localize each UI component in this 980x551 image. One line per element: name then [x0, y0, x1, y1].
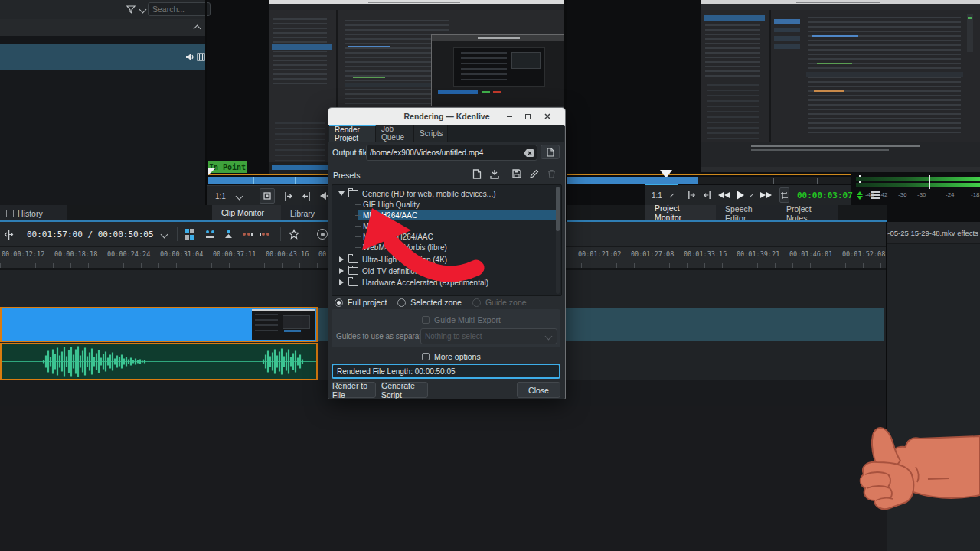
tab-job-queue[interactable]: Job Queue — [376, 125, 414, 142]
monitor-zoom-level[interactable]: 1:1 — [215, 192, 226, 201]
collapsed-arrow-icon[interactable] — [339, 256, 344, 262]
tab-scripts[interactable]: Scripts — [414, 125, 448, 142]
collapsed-arrow-icon[interactable] — [339, 268, 344, 274]
render-to-file-button[interactable]: Render to File — [332, 382, 376, 398]
tab-speech-editor[interactable]: Speech Editor — [716, 205, 777, 221]
project-monitor-seek-bar[interactable] — [567, 177, 698, 184]
edit-mode-icon[interactable] — [4, 229, 14, 240]
nested-red-chip — [493, 91, 501, 93]
timeline-position-display[interactable]: 00:01:57:00 / 00:00:50:05 — [27, 230, 154, 240]
monitor-zoom-level[interactable]: 1:1 — [652, 191, 662, 200]
tree-scrollbar-thumb[interactable] — [556, 187, 560, 231]
tab-clip-monitor[interactable]: Clip Monitor — [212, 205, 281, 221]
project-monitor-video-frame[interactable] — [701, 0, 980, 172]
generate-script-button[interactable]: Generate Script — [381, 382, 428, 398]
preset-folder-oldtv[interactable]: Old-TV definition (DVD..) — [334, 266, 544, 276]
preset-item-mp4-selected[interactable]: MP4-H264/AAC — [334, 210, 544, 220]
frame-tab-chip — [774, 19, 800, 24]
project-monitor-zone-line[interactable] — [567, 174, 851, 175]
tab-render-project[interactable]: Render Project — [329, 125, 376, 142]
collapse-chevron-icon[interactable] — [194, 25, 201, 33]
overwrite-zone-icon[interactable] — [223, 230, 234, 240]
dialog-title: Rendering — Kdenlive — [403, 112, 489, 121]
output-file-input[interactable] — [367, 148, 524, 157]
favorite-effects-icon[interactable] — [289, 229, 299, 240]
guide-multi-export-checkbox[interactable] — [422, 316, 430, 324]
lift-zone-icon[interactable] — [260, 230, 271, 240]
extract-zone-icon[interactable] — [241, 230, 253, 240]
play-chevron-icon[interactable] — [750, 193, 754, 197]
set-out-point-icon[interactable] — [302, 191, 311, 201]
tree-stub — [355, 204, 361, 205]
project-bin-group-row[interactable] — [0, 19, 206, 36]
preset-folder-uhd[interactable]: Ultra-High Definition (4K) — [334, 254, 544, 265]
minimize-button[interactable] — [504, 111, 514, 122]
zone-crop-button[interactable] — [779, 187, 789, 203]
full-project-radio[interactable] — [335, 298, 343, 307]
close-button[interactable] — [542, 111, 553, 122]
frame-tab-chip — [774, 28, 800, 32]
meter-label: -24 — [946, 191, 955, 198]
guide-zone-radio[interactable] — [472, 298, 481, 307]
project-monitor-ruler[interactable] — [698, 177, 851, 184]
guides-separator-label: Guides to use as separator: — [336, 332, 430, 341]
frame-minimap-mark — [968, 17, 972, 19]
monitor-menu-icon[interactable] — [871, 191, 880, 199]
preset-item-gif[interactable]: GIF High Quality — [334, 199, 544, 210]
timeline-audio-clip[interactable] — [0, 343, 318, 380]
frame-tab-chip — [774, 44, 800, 49]
folder-icon — [348, 279, 358, 286]
set-in-point-icon[interactable] — [284, 191, 293, 201]
play-icon[interactable] — [737, 191, 744, 200]
output-file-field[interactable] — [366, 145, 537, 161]
tab-project-monitor[interactable]: Project Monitor — [645, 205, 716, 221]
tab-history[interactable]: History — [0, 205, 67, 221]
edit-preset-icon[interactable] — [530, 169, 539, 178]
ruler-label: 00:01:21:02 — [578, 250, 621, 258]
preset-folder-generic[interactable]: Generic (HD for web, mobile devices...) — [334, 188, 544, 199]
zoom-chevron-icon[interactable] — [670, 193, 675, 197]
monitor-timecode[interactable]: 00:00:03:07 — [797, 191, 853, 201]
set-out-point-icon[interactable] — [703, 191, 711, 200]
panel-divider[interactable] — [205, 0, 207, 207]
tab-library[interactable]: Library — [281, 205, 332, 221]
new-preset-icon[interactable] — [472, 169, 482, 179]
set-in-point-icon[interactable] — [688, 191, 696, 200]
preset-item-webm[interactable]: WebM-VP8/Vorbis (libre) — [334, 242, 544, 253]
browse-file-button[interactable] — [541, 145, 560, 159]
timeline-video-clip[interactable] — [0, 307, 318, 342]
close-dialog-button[interactable]: Close — [517, 382, 560, 398]
more-options-checkbox[interactable] — [422, 353, 430, 360]
position-chevron-icon[interactable] — [160, 230, 168, 238]
filter-chevron-icon[interactable] — [139, 6, 147, 14]
fast-forward-icon[interactable] — [760, 192, 772, 198]
preset-folder-hwaccel[interactable]: Hardware Accelerated (experimental) — [334, 277, 544, 288]
search-input[interactable] — [148, 2, 211, 16]
download-preset-icon[interactable] — [490, 169, 499, 179]
clear-text-icon[interactable] — [524, 149, 534, 157]
record-icon[interactable] — [317, 229, 328, 240]
delete-preset-icon[interactable] — [547, 169, 556, 178]
guides-separator-dropdown[interactable]: Nothing to select — [420, 328, 557, 344]
selected-zone-radio[interactable] — [397, 298, 406, 307]
clip-monitor-zone-in-flag[interactable] — [208, 168, 215, 175]
collapsed-arrow-icon[interactable] — [339, 279, 344, 285]
preset-item-matroska[interactable]: Matroska-H264/AAC — [334, 231, 544, 242]
monitor-zone-button[interactable] — [260, 188, 275, 204]
project-bin-selected-clip-row[interactable] — [0, 44, 206, 70]
nested-window-title — [478, 37, 520, 39]
preset-item-mpeg2[interactable]: MPEG-2 — [334, 220, 544, 231]
ruler-tick — [773, 178, 774, 184]
tree-scrollbar-track[interactable] — [556, 187, 560, 294]
tab-project-notes[interactable]: Project Notes — [777, 205, 838, 221]
timecode-spinner-icon[interactable] — [857, 191, 863, 200]
mixer-icon[interactable] — [185, 229, 195, 240]
filter-icon[interactable] — [126, 4, 136, 15]
expanded-arrow-icon[interactable] — [338, 191, 345, 196]
save-preset-icon[interactable] — [512, 169, 521, 178]
rewind-icon[interactable] — [718, 192, 730, 198]
maximize-button[interactable] — [522, 111, 533, 122]
effects-panel-title: 2025-05-25 15-29-48.mkv effects — [887, 229, 980, 237]
zoom-chevron-icon[interactable] — [235, 192, 243, 200]
insert-zone-icon[interactable] — [204, 230, 216, 240]
